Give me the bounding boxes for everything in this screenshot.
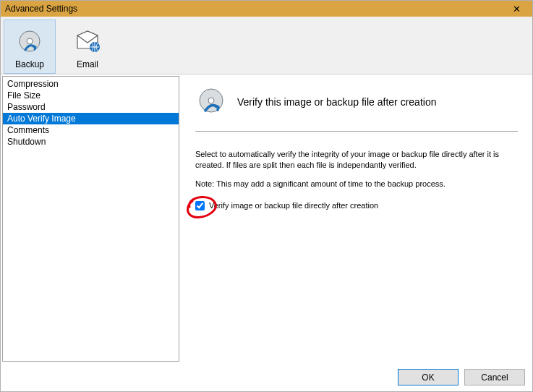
toolbar: Backup Email	[1, 17, 532, 74]
sidebar-item-password[interactable]: Password	[3, 101, 179, 113]
sidebar: Compression File Size Password Auto Veri…	[2, 76, 179, 362]
verify-checkbox-row[interactable]: Verify image or backup file directly aft…	[195, 201, 518, 210]
tab-email[interactable]: Email	[61, 20, 114, 74]
svg-point-1	[27, 38, 33, 44]
sidebar-item-comments[interactable]: Comments	[3, 124, 179, 136]
close-icon[interactable]: ✕	[502, 4, 531, 14]
description-text: Select to automatically verify the integ…	[195, 149, 518, 171]
page-title: Verify this image or backup file after c…	[237, 96, 436, 108]
cancel-button[interactable]: Cancel	[464, 369, 525, 385]
divider	[195, 131, 518, 132]
svg-point-4	[208, 98, 214, 103]
sidebar-item-filesize[interactable]: File Size	[3, 90, 179, 101]
settings-window: Advanced Settings ✕ Backup	[0, 0, 533, 392]
verify-checkbox[interactable]	[195, 201, 205, 210]
main-header: Verify this image or backup file after c…	[195, 86, 518, 118]
note-text: Note: This may add a significant amount …	[195, 179, 518, 188]
tab-email-label: Email	[77, 59, 98, 69]
content-area: Compression File Size Password Auto Veri…	[1, 74, 532, 363]
ok-button[interactable]: OK	[398, 369, 459, 385]
envelope-globe-icon	[72, 27, 103, 58]
disk-backup-icon	[14, 27, 45, 58]
dialog-buttons: OK Cancel	[1, 363, 532, 391]
sidebar-item-autoverify[interactable]: Auto Verify Image	[3, 113, 179, 124]
sidebar-item-compression[interactable]: Compression	[3, 78, 179, 90]
verify-checkbox-label: Verify image or backup file directly aft…	[209, 201, 378, 210]
window-title: Advanced Settings	[5, 4, 502, 14]
tab-backup-label: Backup	[15, 59, 44, 69]
tab-backup[interactable]: Backup	[4, 20, 56, 74]
titlebar: Advanced Settings ✕	[1, 1, 532, 17]
main-panel: Verify this image or backup file after c…	[181, 74, 532, 363]
sidebar-item-shutdown[interactable]: Shutdown	[3, 136, 179, 148]
disk-verify-icon	[195, 86, 227, 118]
